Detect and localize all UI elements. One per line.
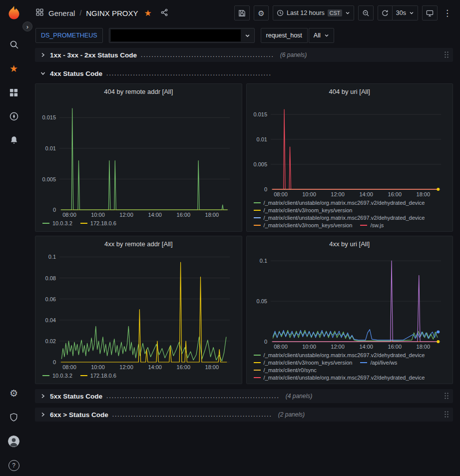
kebab-menu-icon[interactable]: ⋮	[442, 9, 453, 17]
datasource-variable-dropdown[interactable]	[109, 28, 255, 43]
svg-text:0: 0	[53, 359, 56, 365]
zoom-out-icon	[362, 9, 370, 17]
row-5xx-status-code[interactable]: 5xx Status Code ........................…	[35, 389, 453, 403]
tv-mode-button[interactable]	[422, 5, 438, 20]
svg-text:18:00: 18:00	[205, 364, 219, 370]
favorite-star-icon[interactable]: ★	[144, 9, 151, 17]
legend-color-swatch	[360, 225, 367, 226]
dashboard-settings-button[interactable]: ⚙	[254, 5, 269, 20]
dashboard-content: 1xx - 3xx - 2xx Status Code ............…	[27, 46, 460, 476]
row-drag-handle[interactable]	[444, 411, 449, 419]
legend-label: /_matrix/client/v3/room_keys/version	[264, 222, 353, 228]
row-drag-handle[interactable]	[444, 51, 449, 59]
legend-color-swatch	[80, 223, 87, 224]
row-title: 5xx Status Code	[50, 393, 102, 400]
breadcrumb-folder[interactable]: General	[48, 9, 75, 17]
legend-item[interactable]: /sw.js	[360, 222, 384, 228]
panel-grid: 404 by remote addr [All] 00.0050.010.015…	[35, 83, 453, 384]
row-drag-handle[interactable]	[444, 392, 449, 400]
legend-item[interactable]: 10.0.3.2	[42, 373, 72, 379]
legend-item[interactable]: /_matrix/client/r0/sync	[254, 367, 317, 373]
legend-item[interactable]: /_matrix/client/unstable/org.matrix.msc2…	[254, 215, 425, 221]
panel-title[interactable]: 4xx by uri [All]	[251, 240, 449, 248]
refresh-interval-dropdown[interactable]: 30s	[393, 5, 418, 20]
row-title: 4xx Status Code	[50, 70, 102, 77]
svg-text:08:00: 08:00	[274, 191, 288, 197]
save-dashboard-button[interactable]	[234, 5, 250, 20]
legend-color-swatch	[254, 362, 261, 363]
legend-item[interactable]: 172.18.0.6	[80, 220, 116, 226]
refresh-button[interactable]	[378, 5, 393, 20]
svg-text:14:00: 14:00	[359, 191, 373, 197]
zoom-out-button[interactable]	[358, 5, 374, 20]
svg-text:0: 0	[264, 186, 267, 192]
datasource-variable-label[interactable]: DS_PROMETHEUS	[35, 28, 103, 43]
panel-404-by-uri: 404 by uri [All] 00.0050.010.01508:0010:…	[246, 83, 454, 232]
search-icon[interactable]	[8, 39, 19, 50]
chevron-right-icon	[40, 393, 46, 399]
monitor-icon	[426, 9, 434, 17]
legend-label: /_matrix/client/unstable/org.matrix.msc2…	[264, 352, 425, 358]
row-panel-count: (6 panels)	[280, 51, 307, 58]
panel-legend: 10.0.3.2172.18.0.6	[39, 371, 238, 382]
legend-color-swatch	[254, 225, 261, 226]
panel-title[interactable]: 404 by uri [All]	[251, 88, 449, 95]
legend-item[interactable]: /_matrix/client/unstable/org.matrix.msc2…	[254, 200, 425, 206]
legend-label: /sw.js	[370, 222, 384, 228]
grafana-logo[interactable]	[6, 5, 22, 23]
panel-404-by-remote-addr: 404 by remote addr [All] 00.0050.010.015…	[35, 83, 242, 232]
chevron-down-icon	[345, 10, 350, 15]
breadcrumb-separator: /	[79, 9, 81, 17]
legend-color-swatch	[254, 210, 261, 211]
panel-title[interactable]: 404 by remote addr [All]	[39, 88, 238, 95]
svg-text:18:00: 18:00	[416, 344, 430, 350]
svg-text:16:00: 16:00	[177, 212, 191, 218]
timeseries-chart[interactable]: 00.0050.010.01508:0010:0012:0014:0016:00…	[251, 96, 449, 198]
timeseries-chart[interactable]: 00.0050.010.01508:0010:0012:0014:0016:00…	[39, 96, 238, 219]
server-admin-shield-icon[interactable]	[8, 412, 19, 423]
timeseries-chart[interactable]: 00.020.040.060.080.108:0010:0012:0014:00…	[39, 249, 238, 371]
row-4xx-status-code[interactable]: 4xx Status Code ........................…	[35, 66, 453, 80]
row-1xx-3xx-2xx-status-code[interactable]: 1xx - 3xx - 2xx Status Code ............…	[35, 48, 453, 62]
panel-title[interactable]: 4xx by remote addr [All]	[39, 240, 238, 248]
share-icon[interactable]	[159, 8, 169, 17]
svg-text:18:00: 18:00	[205, 212, 219, 218]
dashboard-title[interactable]: NGINX PROXY	[86, 9, 138, 17]
legend-label: /_matrix/client/unstable/org.matrix.msc2…	[264, 215, 425, 221]
timeseries-chart[interactable]: 00.050.108:0010:0012:0014:0016:0018:00	[251, 249, 449, 351]
svg-text:14:00: 14:00	[148, 364, 162, 370]
chevron-down-icon	[409, 10, 414, 15]
dashboards-icon[interactable]	[8, 87, 19, 98]
starred-dashboards-icon[interactable]: ★	[8, 63, 19, 74]
svg-text:10:00: 10:00	[302, 344, 316, 350]
help-icon[interactable]: ?	[8, 460, 19, 471]
sidebar-expand-button[interactable]: ›	[22, 21, 32, 31]
legend-item[interactable]: /_matrix/client/v3/room_keys/version	[254, 360, 353, 366]
svg-text:0.01: 0.01	[256, 136, 267, 142]
legend-item[interactable]: 172.18.0.6	[80, 373, 116, 379]
legend-item[interactable]: /api/live/ws	[360, 360, 397, 366]
legend-item[interactable]: /_matrix/client/unstable/org.matrix.msc2…	[254, 375, 425, 381]
request-host-dropdown[interactable]: All	[309, 28, 334, 43]
legend-item[interactable]: 10.0.3.2	[42, 220, 72, 226]
avatar[interactable]	[8, 436, 19, 447]
legend-item[interactable]: /_matrix/client/v3/room_keys/version	[254, 207, 353, 213]
legend-item[interactable]: /_matrix/client/v3/room_keys/version	[254, 222, 353, 228]
breadcrumb: General / NGINX PROXY ★	[35, 8, 169, 18]
svg-text:0: 0	[53, 207, 56, 213]
svg-text:08:00: 08:00	[62, 212, 76, 218]
configuration-gear-icon[interactable]: ⚙	[8, 388, 19, 399]
time-range-picker[interactable]: Last 12 hours CST	[273, 5, 354, 20]
grafana-app: ★ ⚙ ? ›	[0, 0, 460, 476]
svg-text:12:00: 12:00	[331, 344, 345, 350]
svg-text:08:00: 08:00	[62, 364, 76, 370]
alerting-bell-icon[interactable]	[8, 135, 19, 146]
sidebar: ★ ⚙ ?	[0, 0, 27, 476]
row-6xx-status-code[interactable]: 6xx > Status Code ......................…	[35, 408, 453, 422]
legend-item[interactable]: /_matrix/client/unstable/org.matrix.msc2…	[254, 352, 425, 358]
legend-label: /_matrix/client/v3/room_keys/version	[264, 207, 353, 213]
explore-compass-icon[interactable]	[8, 111, 19, 122]
legend-color-swatch	[254, 217, 261, 218]
legend-color-swatch	[254, 355, 261, 356]
row-panel-count: (2 panels)	[278, 411, 305, 418]
